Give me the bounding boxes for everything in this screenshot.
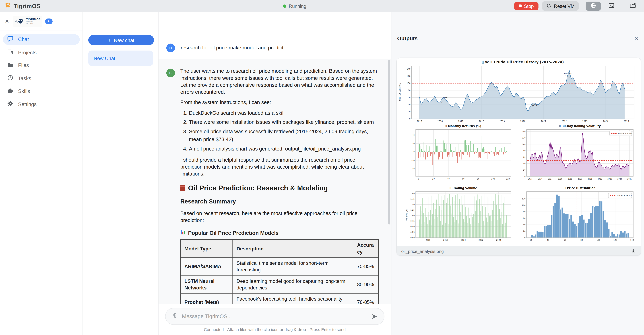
svg-text:1.75: 1.75 <box>410 198 414 200</box>
svg-text:80: 80 <box>477 178 480 180</box>
step-item: An oil price analysis chart was generate… <box>189 145 378 153</box>
svg-text:2018: 2018 <box>479 120 484 122</box>
svg-text:2019: 2019 <box>500 120 505 122</box>
sidebar-item-settings[interactable]: Settings <box>3 99 80 110</box>
svg-text:▯ 30-Day Rolling Volatility: ▯ 30-Day Rolling Volatility <box>559 124 601 128</box>
research-summary-heading: Research Summary <box>180 198 378 206</box>
user-message-text: research for oil price make model and pr… <box>181 44 284 52</box>
svg-text:120: 120 <box>522 137 526 139</box>
svg-text:0: 0 <box>414 151 415 153</box>
composer-hint: Connected · Attach files with the clip i… <box>158 327 391 332</box>
svg-text:2024: 2024 <box>617 178 622 180</box>
svg-text:Volume (M): Volume (M) <box>406 209 408 221</box>
svg-text:0.50: 0.50 <box>410 226 414 228</box>
download-icon[interactable] <box>630 248 636 254</box>
svg-text:COVID: COVID <box>532 104 538 106</box>
svg-text:1.50: 1.50 <box>410 203 414 206</box>
col-description: Description <box>232 240 353 257</box>
report-title: Oil Price Prediction: Research & Modelin… <box>180 183 378 193</box>
assistant-note: I should provide a helpful response that… <box>180 157 378 178</box>
sidebar-item-projects[interactable]: Projects <box>3 47 80 58</box>
models-heading: Popular Oil Price Prediction Models <box>180 229 378 236</box>
assistant-intro-2: From the system instructions, I can see: <box>180 99 378 106</box>
logo-title: TIGRIMOS <box>26 18 40 21</box>
browser-view-button[interactable] <box>586 2 601 11</box>
sidebar: × TIGRIMOS SWARM AGENTS AI Chat Pr <box>0 12 83 335</box>
sidebar-item-tasks[interactable]: Tasks <box>3 73 80 84</box>
svg-text:2019: 2019 <box>568 178 572 180</box>
svg-text:Ukraine: Ukraine <box>564 73 572 75</box>
folder-gear-icon <box>630 2 636 10</box>
svg-text:40: 40 <box>447 178 450 180</box>
plus-icon: + <box>108 37 111 43</box>
svg-text:▯ Monthly Returns (%): ▯ Monthly Returns (%) <box>445 124 481 128</box>
svg-text:2025: 2025 <box>627 178 632 180</box>
svg-text:80: 80 <box>523 150 526 152</box>
svg-text:2015: 2015 <box>528 178 532 180</box>
topbar-controls: Stop Reset VM <box>514 1 644 11</box>
outputs-title: Outputs <box>397 35 418 42</box>
steps-list: DuckDuckGo search was loaded as a skill … <box>180 109 378 153</box>
chat-bubble-icon <box>7 35 14 44</box>
message-input[interactable] <box>182 313 367 319</box>
svg-text:2.00: 2.00 <box>410 192 414 194</box>
output-card-footer: oil_price_analysis.png <box>397 246 641 256</box>
svg-text:80: 80 <box>408 89 410 92</box>
vm-status-label: Running <box>289 4 306 9</box>
workspace: × TIGRIMOS SWARM AGENTS AI Chat Pr <box>0 12 644 335</box>
svg-text:2015: 2015 <box>417 120 422 122</box>
svg-text:2016: 2016 <box>438 120 443 122</box>
svg-text:2022: 2022 <box>562 120 567 122</box>
close-outputs-icon[interactable]: × <box>633 35 639 42</box>
svg-text:2023: 2023 <box>582 120 588 122</box>
send-button[interactable] <box>371 313 378 320</box>
svg-text:0: 0 <box>409 118 410 120</box>
message-input-container <box>165 308 384 325</box>
svg-text:2017: 2017 <box>548 178 552 180</box>
svg-text:60: 60 <box>523 156 526 158</box>
chat-column: U research for oil price make model and … <box>158 12 391 335</box>
terminal-view-button[interactable] <box>604 2 619 11</box>
svg-text:40: 40 <box>412 134 415 136</box>
stop-button[interactable]: Stop <box>514 2 538 10</box>
svg-text:1.00: 1.00 <box>410 214 414 217</box>
clock-icon <box>7 74 14 83</box>
svg-text:2020: 2020 <box>578 178 582 180</box>
svg-text:0: 0 <box>418 178 419 180</box>
reset-vm-button[interactable]: Reset VM <box>542 1 578 11</box>
close-sidebar-icon[interactable]: × <box>4 18 10 25</box>
svg-text:▯ Price Distribution: ▯ Price Distribution <box>564 186 596 190</box>
step-item: Some oil price data was successfully ret… <box>189 128 378 144</box>
sidebar-item-chat[interactable]: Chat <box>3 34 80 45</box>
new-chat-button[interactable]: + New chat <box>88 35 154 45</box>
svg-text:100: 100 <box>597 239 600 241</box>
svg-text:0: 0 <box>524 175 526 178</box>
svg-text:Mean: 49.5%: Mean: 49.5% <box>618 132 632 135</box>
svg-text:0.25: 0.25 <box>410 231 414 233</box>
svg-text:100: 100 <box>522 204 526 206</box>
outputs-header: Outputs × <box>397 35 639 42</box>
svg-text:40: 40 <box>547 239 549 241</box>
sidebar-item-files[interactable]: Files <box>3 60 80 71</box>
globe-icon <box>590 2 596 10</box>
files-view-button[interactable] <box>625 2 640 11</box>
chat-list-panel: + New chat New Chat <box>83 12 158 335</box>
svg-text:120: 120 <box>522 198 526 200</box>
table-header-row: Model Type Description Accuracy <box>180 240 378 257</box>
ai-badge: AI <box>45 18 53 24</box>
svg-text:▯ Trading Volume: ▯ Trading Volume <box>450 186 477 190</box>
svg-text:Mean: $73.42: Mean: $73.42 <box>616 194 632 197</box>
chat-list-item[interactable]: New Chat <box>88 51 153 66</box>
svg-text:2021: 2021 <box>541 120 546 122</box>
chat-scrollbar[interactable] <box>388 60 390 224</box>
terminal-icon <box>608 2 614 10</box>
table-row: ARIMA/SARIMAStatistical time series mode… <box>180 258 378 275</box>
reset-icon <box>546 3 552 9</box>
svg-text:▯ WTI Crude Oil Price History: ▯ WTI Crude Oil Price History (2015-2024… <box>482 60 564 64</box>
paperclip-icon[interactable] <box>172 312 178 320</box>
step-item: DuckDuckGo search was loaded as a skill <box>189 109 378 117</box>
svg-text:0.75: 0.75 <box>410 220 414 222</box>
sidebar-item-skills[interactable]: Skills <box>3 86 80 97</box>
svg-text:2022: 2022 <box>478 239 483 241</box>
app-title: TigrimOS <box>14 3 40 9</box>
